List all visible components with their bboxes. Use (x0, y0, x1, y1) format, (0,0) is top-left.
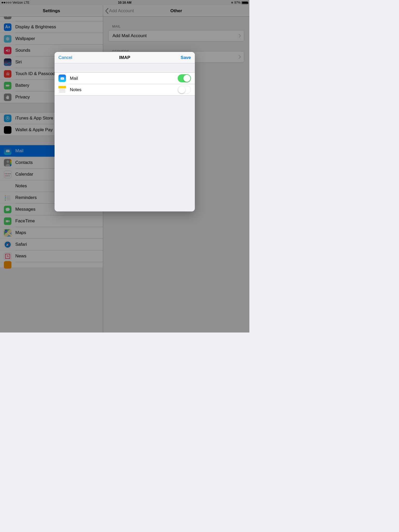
modal-row-notes: Notes (55, 84, 195, 96)
svg-rect-12 (61, 77, 64, 79)
modal-row-mail: Mail (55, 72, 195, 84)
modal-title: IMAP (119, 55, 130, 60)
modal-row-label: Notes (70, 87, 178, 92)
notes-toggle[interactable] (178, 86, 191, 94)
notes-icon (58, 86, 66, 94)
imap-modal: Cancel IMAP Save Mail Notes (55, 52, 195, 211)
mail-icon (58, 75, 66, 82)
save-button[interactable]: Save (181, 55, 191, 60)
mail-toggle[interactable] (178, 74, 191, 82)
modal-row-label: Mail (70, 76, 178, 81)
cancel-button[interactable]: Cancel (58, 55, 72, 60)
